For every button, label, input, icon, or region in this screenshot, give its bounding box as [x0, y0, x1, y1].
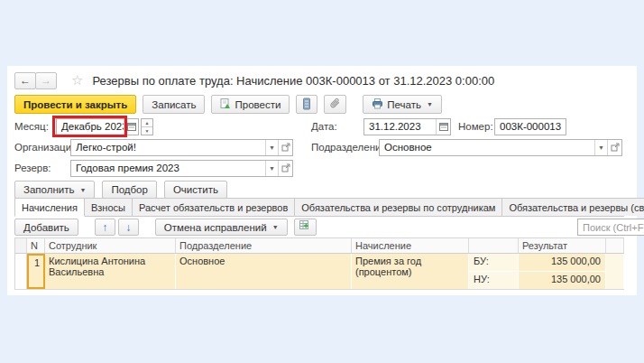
accruals-table: N Сотрудник Подразделение Начисление Рез… [14, 237, 624, 290]
post-button[interactable]: Провести [211, 95, 290, 114]
paperclip-icon [329, 98, 341, 111]
screen: ← → ☆ Резервы по оплате труда: Начислени… [0, 0, 644, 363]
back-button[interactable]: ← [14, 72, 36, 89]
tab-label: Обязательства и резервы по сотрудникам [301, 202, 495, 213]
back-arrow-icon: ← [20, 74, 31, 87]
spinner-down-button[interactable]: ▼ [142, 127, 152, 135]
tab-calculation[interactable]: Расчет обязательств и резервов [132, 198, 295, 216]
col-result-header[interactable]: Результат [519, 238, 606, 253]
organization-value: Легко-строй! [71, 140, 265, 155]
accrual-cell[interactable]: Премия за год (процентом) [352, 254, 469, 289]
department-open-button[interactable] [607, 140, 621, 155]
open-link-icon [611, 143, 620, 154]
tab-accruals[interactable]: Начисления [14, 198, 85, 217]
col-tail-header [606, 238, 624, 253]
month-calendar-button[interactable] [124, 119, 138, 135]
organization-dropdown-button[interactable]: ▼ [265, 140, 278, 155]
date-value: 31.12.2023 [364, 119, 436, 135]
fill-caret-icon: ▼ [79, 187, 86, 193]
reserve-label: Резерв: [14, 160, 51, 177]
tab-label: Начисления [22, 202, 78, 213]
move-down-button[interactable]: ↓ [118, 219, 139, 236]
row-selector-cell[interactable] [14, 254, 27, 289]
number-label: Номер: [458, 118, 493, 135]
col-bu-nu-header [469, 238, 519, 253]
tab-label: Взносы [91, 202, 125, 213]
reserve-field[interactable]: Годовая премия 2023 ▼ [70, 160, 293, 177]
tab-bar: Начисления Взносы Расчет обязательств и … [14, 198, 624, 217]
post-and-close-label: Провести и закрыть [23, 99, 127, 110]
add-row-button[interactable]: Добавить [14, 219, 78, 236]
arrow-up-icon: ↑ [102, 221, 107, 234]
show-movements-button[interactable] [296, 95, 317, 114]
department-field[interactable]: Основное ▼ [379, 139, 622, 156]
nu-label-cell[interactable]: НУ: [469, 272, 519, 289]
row-number-cell[interactable]: 1 [27, 254, 45, 289]
department-cell[interactable]: Основное [176, 254, 352, 289]
favorite-star-icon[interactable]: ☆ [71, 72, 83, 88]
col-employee-header[interactable]: Сотрудник [45, 238, 176, 253]
department-dropdown-button[interactable]: ▼ [594, 140, 607, 155]
post-document-icon [220, 98, 231, 111]
open-link-icon [281, 143, 290, 154]
date-field[interactable]: 31.12.2023 [363, 118, 451, 135]
undo-caret-icon: ▼ [272, 224, 279, 230]
forward-button[interactable]: → [35, 72, 57, 89]
month-value: Декабрь 2023 [57, 119, 124, 135]
save-label: Записать [152, 99, 196, 110]
pick-label: Подбор [111, 184, 148, 195]
col-department-header[interactable]: Подразделение [176, 238, 352, 253]
search-input[interactable] [577, 219, 644, 236]
employee-cell[interactable]: Кислицина Антонина Васильевна [45, 254, 176, 289]
date-calendar-button[interactable] [436, 119, 450, 135]
move-up-button[interactable]: ↑ [95, 219, 115, 236]
fill-actions-row: Заполнить ▼ Подбор Очистить [14, 181, 227, 199]
post-and-close-button[interactable]: Провести и закрыть [14, 95, 136, 114]
add-by-kind-button[interactable] [294, 219, 317, 236]
reserve-value: Годовая премия 2023 [71, 161, 265, 176]
reserve-dropdown-button[interactable]: ▼ [265, 161, 278, 176]
grid-plus-icon [299, 220, 311, 234]
attachments-button[interactable] [324, 95, 346, 114]
table-row[interactable]: 1 Кислицина Антонина Васильевна Основное… [14, 254, 624, 290]
col-accrual-header[interactable]: Начисление [352, 238, 469, 253]
chevron-down-icon: ▼ [269, 165, 275, 172]
col-n-header[interactable]: N [27, 238, 45, 253]
tab-obligations-by-employee[interactable]: Обязательства и резервы по сотрудникам [294, 198, 502, 216]
print-button[interactable]: Печать ▼ [363, 95, 442, 114]
organization-open-button[interactable] [278, 140, 292, 155]
fill-button[interactable]: Заполнить ▼ [14, 181, 95, 199]
document-window: ← → ☆ Резервы по оплате труда: Начислени… [7, 66, 637, 295]
undo-corrections-label: Отмена исправлений [164, 222, 267, 233]
save-button[interactable]: Записать [143, 95, 205, 114]
month-label: Месяц: [14, 118, 49, 135]
tail-cell[interactable] [606, 254, 624, 289]
add-label: Добавить [23, 222, 69, 233]
fill-label: Заполнить [23, 184, 74, 195]
clear-button[interactable]: Очистить [164, 181, 227, 199]
department-value: Основное [380, 140, 594, 155]
spinner-up-button[interactable]: ▲ [142, 119, 152, 127]
bu-result-cell[interactable]: 135 000,00 [519, 254, 606, 272]
tab-contributions[interactable]: Взносы [84, 198, 133, 216]
pick-button[interactable]: Подбор [102, 181, 157, 199]
nu-result-cell[interactable]: 135 000,00 [519, 272, 606, 289]
bu-label-cell[interactable]: БУ: [469, 254, 519, 272]
month-field[interactable]: Декабрь 2023 [56, 118, 139, 135]
open-link-icon [281, 163, 290, 174]
undo-corrections-button[interactable]: Отмена исправлений ▼ [155, 219, 288, 236]
tab-obligations-summary[interactable]: Обязательства и резервы (сводно) [501, 198, 644, 216]
number-value: 003К-000013 [495, 119, 566, 135]
number-field[interactable]: 003К-000013 [494, 118, 566, 135]
print-label: Печать [387, 99, 421, 110]
clear-label: Очистить [173, 184, 218, 195]
department-label: Подразделение: [311, 139, 390, 156]
reserve-open-button[interactable] [278, 161, 292, 176]
organization-field[interactable]: Легко-строй! ▼ [70, 139, 293, 156]
arrow-down-icon: ↓ [125, 221, 131, 234]
result-column: 135 000,00 135 000,00 [519, 254, 606, 289]
window-header: ← → ☆ Резервы по оплате труда: Начислени… [14, 70, 494, 90]
ledger-icon [301, 98, 312, 112]
post-label: Провести [235, 99, 281, 110]
print-caret-icon: ▼ [427, 101, 433, 107]
